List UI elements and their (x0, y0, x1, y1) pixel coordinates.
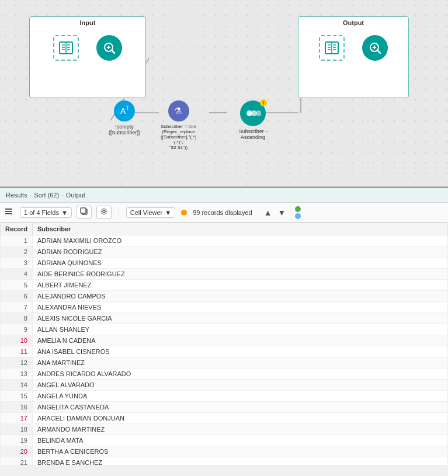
table-row: 4AIDE BERINICE RODRIGUEZ (1, 269, 448, 280)
output-ref-label: Output (66, 192, 85, 199)
sort-up-button[interactable]: ▲ (262, 207, 275, 218)
cell-record: 6 (1, 291, 33, 302)
formula-node[interactable]: ⚗ Subscriber = trim(Regex_replace([Subsc… (161, 100, 196, 150)
dash2: - (61, 192, 64, 199)
table-row: 9ALLAN SHANLEY (1, 324, 448, 335)
blue-status-dot (295, 213, 301, 219)
cell-subscriber: ALEJANDRO CAMPOS (32, 291, 447, 302)
cell-subscriber: ADRIANA QUINONES (32, 258, 447, 269)
cell-subscriber: ADRIAN RODRIGUEZ (32, 246, 447, 258)
sort-down-button[interactable]: ▼ (276, 207, 289, 218)
results-header: Results - Sort (62) - Output (0, 188, 448, 203)
svg-text:T: T (126, 105, 129, 112)
cell-subscriber: ARMANDO MARTINEZ (32, 424, 447, 435)
cell-subscriber: ALEXIS NICOLE GARCIA (32, 313, 447, 324)
cell-record: 11 (1, 346, 33, 357)
table-row: 6ALEJANDRO CAMPOS (1, 291, 448, 302)
svg-rect-38 (5, 211, 12, 212)
fields-dropdown-arrow: ▼ (61, 209, 68, 216)
cell-record: 12 (1, 357, 33, 369)
cell-subscriber: ALLAN SHANLEY (32, 324, 447, 335)
cell-record: 13 (1, 369, 33, 380)
cell-record: 10 (1, 335, 33, 346)
table-row: 19BELINDA MATA (1, 435, 448, 446)
cell-subscriber: AIDE BERINICE RODRIGUEZ (32, 269, 447, 280)
table-row: 17ARACELI DAMIAN DONJUAN (1, 413, 448, 424)
data-table: Record Subscriber 1ADRIAN MAXIMILI OROZC… (0, 223, 448, 465)
cell-viewer-button[interactable]: Cell Viewer ▼ (126, 207, 175, 218)
cell-subscriber: AMELIA N CADENA (32, 335, 447, 346)
table-row: 12ANA MARTINEZ (1, 357, 448, 369)
cell-record: 7 (1, 302, 33, 313)
cell-record: 17 (1, 413, 33, 424)
svg-point-36 (256, 110, 261, 116)
table-row: 3ADRIANA QUINONES (1, 258, 448, 269)
cell-record: 2 (1, 246, 33, 258)
input-book-icon[interactable] (53, 35, 79, 61)
cell-record: 8 (1, 313, 33, 324)
col-header-record: Record (1, 223, 33, 235)
svg-point-42 (103, 210, 105, 213)
table-row: 18ARMANDO MARTINEZ (1, 424, 448, 435)
input-browse-icon[interactable] (96, 35, 122, 61)
filter-icon: A T (114, 100, 135, 121)
filter-label: !sempty([Subscriber]) (109, 124, 140, 135)
col-header-subscriber: Subscriber (32, 223, 447, 235)
list-icon[interactable] (5, 207, 13, 217)
cell-subscriber: ADRIAN MAXIMILI OROZCO (32, 235, 447, 246)
fields-label: 1 of 4 Fields (24, 209, 59, 216)
table-row: 5ALBERT JIMENEZ (1, 280, 448, 291)
svg-rect-39 (5, 213, 12, 214)
cell-record: 21 (1, 457, 33, 465)
filter-node[interactable]: A T !sempty([Subscriber]) (109, 100, 140, 135)
cell-record: 4 (1, 269, 33, 280)
output-browse-icon[interactable] (362, 35, 388, 61)
copy-button[interactable] (77, 206, 92, 219)
cell-subscriber: ALEXANDRA NIEVES (32, 302, 447, 313)
cell-record: 20 (1, 446, 33, 457)
cell-subscriber: BELINDA MATA (32, 435, 447, 446)
output-book-icon[interactable] (319, 35, 345, 61)
settings-button[interactable] (96, 206, 112, 219)
dash1: - (30, 192, 32, 199)
sort-node[interactable]: T Subscriber - Ascending (230, 100, 276, 140)
table-row: 15ANGELA YUNDA (1, 391, 448, 402)
table-row: 21BRENDA E SANCHEZ (1, 457, 448, 465)
table-row: 13ANDRES RICARDO ALVARADO (1, 369, 448, 380)
cell-record: 19 (1, 435, 33, 446)
cell-record: 1 (1, 235, 33, 246)
input-node-label: Input (80, 17, 96, 26)
cell-subscriber: BRENDA E SANCHEZ (32, 457, 447, 465)
cell-record: 5 (1, 280, 33, 291)
formula-icon: ⚗ (168, 100, 189, 121)
records-count: 99 records displayed (193, 209, 252, 216)
cell-record: 18 (1, 424, 33, 435)
table-row: 8ALEXIS NICOLE GARCIA (1, 313, 448, 324)
table-row: 1ADRIAN MAXIMILI OROZCO (1, 235, 448, 246)
table-row: 2ADRIAN RODRIGUEZ (1, 246, 448, 258)
formula-label: Subscriber = trim(Regex_replace([Subscri… (161, 124, 196, 150)
cell-subscriber: BERTHA A CENICEROS (32, 446, 447, 457)
cell-subscriber: ANGELITA CASTANEDA (32, 402, 447, 413)
sort-ref-label: Sort (62) (34, 192, 59, 199)
cell-subscriber: ANGEL ALVARADO (32, 380, 447, 391)
cell-viewer-label: Cell Viewer (130, 209, 162, 216)
cell-subscriber: ANDRES RICARDO ALVARADO (32, 369, 447, 380)
filter-indicator (181, 210, 187, 216)
data-table-wrapper[interactable]: Record Subscriber 1ADRIAN MAXIMILI OROZC… (0, 223, 448, 465)
results-toolbar: 1 of 4 Fields ▼ Cell Viewer ▼ 99 records… (0, 203, 448, 223)
svg-rect-37 (5, 209, 12, 210)
table-row: 16ANGELITA CASTANEDA (1, 402, 448, 413)
results-label: Results (6, 192, 27, 199)
cell-subscriber: ANA ISABEL CISNEROS (32, 346, 447, 357)
table-row: 7ALEXANDRA NIEVES (1, 302, 448, 313)
output-node-label: Output (343, 17, 364, 26)
viewer-dropdown-arrow: ▼ (165, 209, 171, 216)
cell-record: 15 (1, 391, 33, 402)
cell-record: 3 (1, 258, 33, 269)
svg-line-16 (112, 50, 114, 53)
toolbar-separator-1 (119, 207, 119, 218)
cell-subscriber: ANA MARTINEZ (32, 357, 447, 369)
cell-record: 16 (1, 402, 33, 413)
fields-dropdown-button[interactable]: 1 of 4 Fields ▼ (20, 207, 72, 218)
